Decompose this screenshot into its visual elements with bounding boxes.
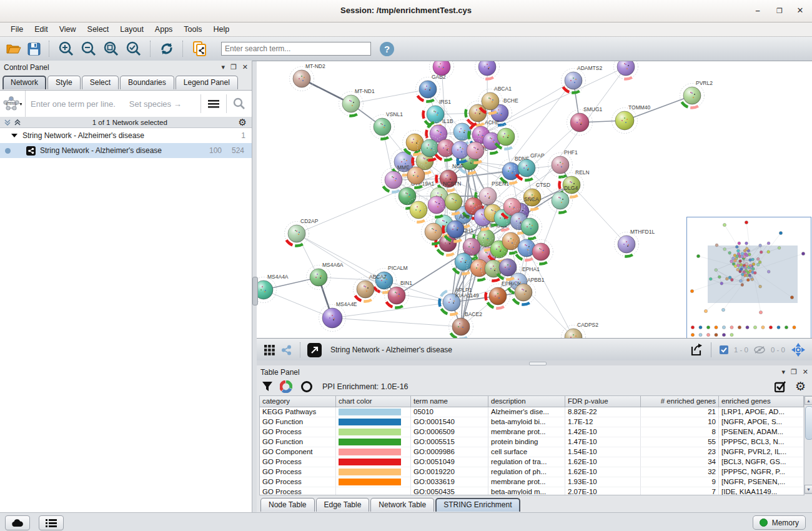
collection-expander-icon[interactable] bbox=[11, 133, 17, 138]
task-history-button[interactable] bbox=[39, 515, 64, 530]
minimize-button[interactable]: – bbox=[752, 5, 763, 16]
pie-chart-icon[interactable] bbox=[280, 380, 292, 393]
table-row[interactable]: KEGG Pathways05010Alzheimer's dise...8.8… bbox=[260, 407, 804, 417]
tab-network-table[interactable]: Network Table bbox=[370, 498, 434, 512]
search-input[interactable] bbox=[221, 42, 371, 56]
panel-close-icon[interactable]: ✕ bbox=[242, 63, 248, 71]
scrollbar-thumb[interactable] bbox=[805, 406, 812, 440]
navigator-icon[interactable] bbox=[791, 342, 806, 357]
table-panel-undock-icon[interactable]: ❐ bbox=[791, 368, 797, 376]
protein-node-tomm40[interactable]: TOMM40 bbox=[612, 104, 651, 134]
protein-node-cadps2[interactable]: CADPS2 bbox=[562, 322, 599, 339]
protein-node-ms4a6a[interactable]: MS4A6A bbox=[307, 262, 344, 290]
network-row[interactable]: String Network - Alzheimer's disease 100… bbox=[0, 143, 252, 158]
expand-all-icon[interactable] bbox=[4, 119, 11, 126]
protein-node[interactable] bbox=[518, 215, 542, 239]
protein-node-mt-nd1[interactable]: MT-ND1 bbox=[339, 88, 375, 116]
protein-node-mt-nd2[interactable]: MT-ND2 bbox=[290, 63, 325, 91]
help-icon[interactable]: ? bbox=[380, 42, 394, 56]
menu-item-edit[interactable]: Edit bbox=[29, 24, 54, 35]
export-network-icon[interactable] bbox=[690, 343, 703, 357]
share-view-icon[interactable] bbox=[281, 345, 292, 355]
protein-node-phf1[interactable]: PHF1 bbox=[548, 149, 578, 177]
tab-boundaries[interactable]: Boundaries bbox=[120, 76, 174, 89]
tab-network[interactable]: Network bbox=[2, 76, 46, 89]
column-header-3[interactable]: description bbox=[488, 396, 565, 407]
zoom-out-icon[interactable] bbox=[81, 41, 97, 57]
table-row[interactable]: GO ProcessGO:0050435beta-amyloid m...2.0… bbox=[260, 487, 804, 495]
menu-item-layout[interactable]: Layout bbox=[114, 24, 149, 35]
maximize-button[interactable]: ❐ bbox=[774, 5, 785, 16]
horizontal-splitter[interactable] bbox=[257, 360, 812, 365]
protein-node-pvrl2[interactable]: PVRL2 bbox=[680, 80, 713, 108]
table-row[interactable]: GO ProcessGO:0006509membrane prot...1.42… bbox=[260, 427, 804, 437]
column-header-4[interactable]: FDR p-value bbox=[565, 396, 641, 407]
column-header-1[interactable]: chart color bbox=[336, 396, 411, 407]
table-row[interactable]: GO FunctionGO:0005515protein binding1.47… bbox=[260, 437, 804, 447]
protein-node-epha3[interactable]: EPHA3 bbox=[486, 280, 520, 309]
protein-node-smug1[interactable]: SMUG1 bbox=[567, 106, 603, 136]
detach-view-button[interactable] bbox=[307, 343, 322, 357]
column-header-0[interactable]: category bbox=[260, 396, 336, 407]
table-row[interactable]: GO ProcessGO:0051049regulation of tra...… bbox=[260, 457, 804, 467]
protein-node-aplp1[interactable]: APLP1KIAA1149 bbox=[440, 287, 479, 315]
table-row[interactable]: GO ProcessGO:0033619membrane prot...1.93… bbox=[260, 477, 804, 487]
menu-item-view[interactable]: View bbox=[54, 24, 82, 35]
enrichment-table[interactable]: categorychart colorterm namedescriptionF… bbox=[259, 395, 805, 495]
protein-node-vsnl1[interactable]: VSNL1 bbox=[370, 111, 404, 139]
filter-icon[interactable] bbox=[262, 381, 273, 392]
menu-item-file[interactable]: File bbox=[5, 24, 29, 35]
network-canvas[interactable]: MT-ND2MT-ND1VSNL1GAB2ADAMTS2IRS1CHATBCHE… bbox=[257, 61, 812, 339]
tab-node-table[interactable]: Node Table bbox=[260, 498, 315, 512]
zoom-selected-icon[interactable] bbox=[126, 41, 142, 57]
collapse-all-icon[interactable] bbox=[14, 119, 21, 126]
table-panel-close-icon[interactable]: ✕ bbox=[803, 368, 808, 376]
tab-style[interactable]: Style bbox=[47, 76, 81, 89]
menu-item-apps[interactable]: Apps bbox=[149, 24, 179, 35]
panel-undock-icon[interactable]: ❐ bbox=[230, 63, 237, 71]
splitter-grip[interactable] bbox=[252, 277, 258, 305]
menu-item-help[interactable]: Help bbox=[208, 24, 235, 35]
grid-view-icon[interactable] bbox=[264, 345, 275, 355]
refresh-icon[interactable] bbox=[159, 41, 174, 56]
panel-float-icon[interactable]: ▾ bbox=[221, 63, 225, 71]
tab-edge-table[interactable]: Edge Table bbox=[316, 498, 370, 512]
table-scrollbar[interactable]: ▲ ▼ bbox=[804, 395, 812, 494]
birds-eye-view[interactable] bbox=[686, 217, 811, 339]
protein-node-cd2ap[interactable]: CD2AP bbox=[285, 218, 319, 246]
zoom-in-icon[interactable] bbox=[58, 41, 74, 57]
column-header-2[interactable]: term name bbox=[411, 396, 488, 407]
protein-node-gab2[interactable]: GAB2 bbox=[416, 74, 446, 102]
string-query-input[interactable]: Enter one term per line. Set species → bbox=[25, 91, 201, 117]
cloud-tasks-button[interactable] bbox=[5, 515, 30, 530]
open-file-icon[interactable] bbox=[6, 42, 21, 55]
menu-item-select[interactable]: Select bbox=[82, 24, 115, 35]
donut-chart-icon[interactable] bbox=[300, 380, 313, 393]
string-options-menu-icon[interactable] bbox=[201, 94, 226, 112]
scroll-down-icon[interactable]: ▼ bbox=[805, 485, 812, 494]
protein-node[interactable] bbox=[614, 61, 638, 79]
column-header-6[interactable]: enriched genes bbox=[719, 396, 804, 407]
protein-node[interactable] bbox=[494, 125, 518, 149]
menu-item-tools[interactable]: Tools bbox=[178, 24, 207, 35]
clone-network-icon[interactable] bbox=[192, 41, 208, 57]
save-session-icon[interactable] bbox=[27, 42, 41, 56]
scroll-up-icon[interactable]: ▲ bbox=[805, 396, 812, 405]
selected-nodes-checkbox-icon[interactable] bbox=[720, 345, 728, 354]
table-row[interactable]: GO ComponentGO:0009986cell surface1.54E-… bbox=[260, 447, 804, 457]
column-header-5[interactable]: # enriched genes bbox=[641, 396, 719, 407]
table-panel-float-icon[interactable]: ▾ bbox=[781, 368, 785, 376]
network-collection-row[interactable]: String Network - Alzheimer's disease 1 bbox=[0, 128, 252, 143]
protein-node-ms4a4e[interactable]: MS4A4E bbox=[319, 301, 357, 332]
protein-node-mthfd1l[interactable]: MTHFD1L bbox=[615, 229, 655, 257]
protein-node[interactable] bbox=[407, 198, 431, 222]
hidden-eye-icon[interactable] bbox=[754, 345, 765, 354]
string-protein-query-icon[interactable]: STRING bbox=[0, 96, 25, 112]
tab-select[interactable]: Select bbox=[82, 76, 119, 89]
table-row[interactable]: GO FunctionGO:0001540beta-amyloid bi...1… bbox=[260, 417, 804, 427]
tab-string-enrichment[interactable]: STRING Enrichment bbox=[435, 498, 520, 512]
memory-button[interactable]: Memory bbox=[753, 515, 806, 530]
tab-legend-panel[interactable]: Legend Panel bbox=[176, 76, 238, 89]
enrichment-settings-gear-icon[interactable]: ⚙ bbox=[795, 379, 806, 394]
network-options-gear-icon[interactable]: ⚙ bbox=[239, 117, 247, 128]
